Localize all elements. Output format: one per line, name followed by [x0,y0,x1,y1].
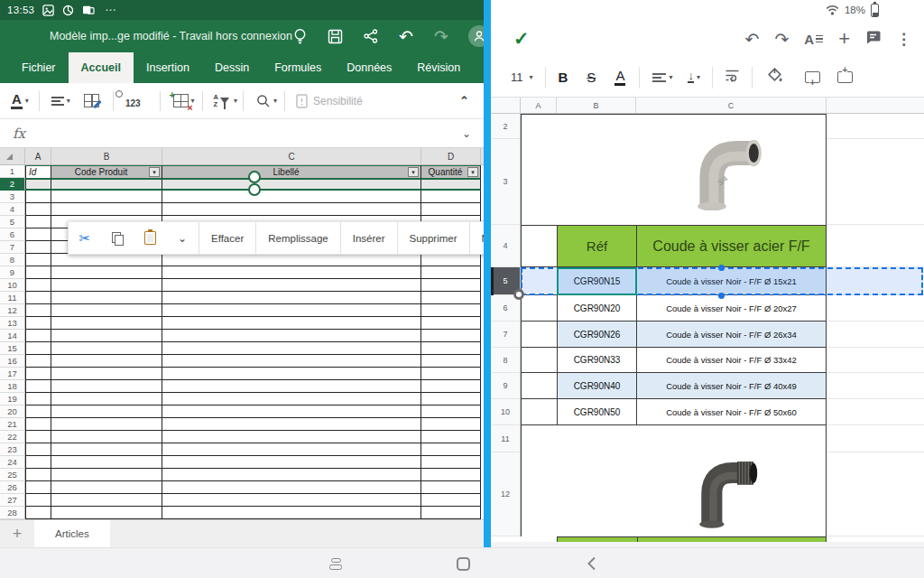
cell-A6[interactable] [25,228,51,241]
cell-C20[interactable] [162,406,421,418]
cell-A26[interactable] [25,481,51,494]
share-icon[interactable] [363,28,379,44]
col-header-C[interactable]: C [636,98,827,113]
cell-A9[interactable] [25,266,51,279]
cell-B21[interactable] [51,418,162,431]
left-row-header-25[interactable]: 25 [0,469,25,481]
cell-C27[interactable] [162,494,421,507]
cell-A24[interactable] [25,456,51,469]
cell-C11[interactable] [162,292,421,304]
selection-handle-bottom[interactable] [248,183,261,196]
cell-A12[interactable] [25,304,51,317]
cell-A21[interactable] [25,418,51,431]
right-row-header-3[interactable]: 3 [491,139,521,225]
cell-B16[interactable] [51,355,162,368]
add-sheet-button[interactable]: + [0,520,34,547]
bold-button[interactable]: B [559,70,568,85]
cell-B23[interactable] [51,443,162,456]
left-row-header-22[interactable]: 22 [0,431,25,443]
left-row-header-18[interactable]: 18 [0,380,25,393]
cell-D11[interactable] [827,425,924,452]
cell-A8[interactable] [521,348,557,373]
formula-bar-expand-icon[interactable]: ⌄ [462,127,471,140]
right-spreadsheet-grid[interactable]: 234RéfCoude à visser acier F/F5CGR90N15C… [491,114,924,547]
cell-B24[interactable] [51,456,162,469]
cell-A4[interactable] [25,203,51,216]
cell-C21[interactable] [162,418,421,431]
cell-C10[interactable]: Coude à visser Noir - F/F Ø 50x60 [636,399,827,425]
cell-A5[interactable] [25,216,51,228]
cell-A12[interactable] [521,452,557,536]
cell-D15[interactable] [421,342,481,355]
left-row-header-3[interactable]: 3 [0,191,25,203]
filter-dropdown-icon[interactable]: ▾ [149,167,160,177]
cell-A22[interactable] [25,431,51,443]
left-row-header-17[interactable]: 17 [0,368,25,380]
done-check-icon[interactable]: ✓ [513,28,530,50]
cell-C16[interactable] [162,355,421,368]
cell-B15[interactable] [51,342,162,355]
left-row-header-16[interactable]: 16 [0,355,25,368]
cell-B17[interactable] [51,368,162,380]
cell-A11[interactable] [521,425,557,452]
cell-A18[interactable] [25,380,51,393]
cell-B13[interactable] [51,317,162,330]
cell-D16[interactable] [421,355,481,368]
cell-C9[interactable] [162,266,421,279]
alignment-button[interactable]: ▾ [51,95,70,107]
cell-B4[interactable]: Réf [557,225,636,267]
right-row-header-4[interactable]: 4 [491,225,521,267]
left-row-header-27[interactable]: 27 [0,494,25,507]
cell-A17[interactable] [25,368,51,380]
cell-D9[interactable] [827,373,924,399]
save-icon[interactable] [328,28,344,44]
cell-D25[interactable] [421,469,481,481]
account-avatar[interactable] [468,25,484,47]
cell-A23[interactable] [25,443,51,456]
row-resize-handle[interactable] [513,289,524,300]
cell-C7[interactable]: Coude à visser Noir - F/F Ø 26x34 [636,322,827,348]
cell-A2[interactable] [25,178,51,191]
left-row-header-15[interactable]: 15 [0,342,25,355]
cell-D18[interactable] [421,380,481,393]
cell-A7[interactable] [521,322,557,348]
cell-B22[interactable] [51,431,162,443]
cell-D2[interactable] [421,178,481,191]
cell-C1[interactable]: Libellé▾ [162,165,421,178]
recents-button[interactable] [320,548,351,578]
paste-icon[interactable] [134,222,166,254]
right-row-header-2[interactable]: 2 [491,114,521,139]
left-row-header-21[interactable]: 21 [0,418,25,431]
cell-A8[interactable] [25,254,51,266]
cell-C26[interactable] [162,481,421,494]
text-color-button[interactable]: A [614,69,625,86]
cell-C6[interactable]: Coude à visser Noir - F/F Ø 20x27 [636,295,827,322]
cell-C12[interactable] [162,304,421,317]
cell-A3[interactable] [25,191,51,203]
cell-C8[interactable] [162,254,421,266]
back-button[interactable] [576,548,606,578]
context-item-supprimer[interactable]: Supprimer [397,222,469,254]
cell-C10[interactable] [162,279,421,292]
sort-filter-button[interactable]: AZ ▾ [214,94,237,108]
tab-donnees[interactable]: Données [334,52,404,83]
left-row-header-13[interactable]: 13 [0,317,25,330]
undo-icon[interactable]: ↶ [744,31,759,48]
cell-B6[interactable]: CGR90N20 [557,295,636,322]
cell-D12[interactable] [421,304,481,317]
cell-B3[interactable] [51,191,162,203]
cell-A10[interactable] [521,399,557,425]
active-cell-border[interactable] [557,267,637,295]
cell-D28[interactable] [421,507,481,519]
right-row-header-12[interactable]: 12 [491,452,521,536]
vertical-align-button[interactable]: ↓▾ [688,71,700,83]
cell-A13[interactable] [25,317,51,330]
cell-B19[interactable] [51,393,162,406]
cell-A28[interactable] [25,507,51,519]
right-row-header-7[interactable]: 7 [491,322,521,348]
cell-D24[interactable] [421,456,481,469]
cell-C23[interactable] [162,443,421,456]
right-row-header-10[interactable]: 10 [491,399,521,425]
cell-A27[interactable] [25,494,51,507]
cell-D3[interactable] [421,191,481,203]
